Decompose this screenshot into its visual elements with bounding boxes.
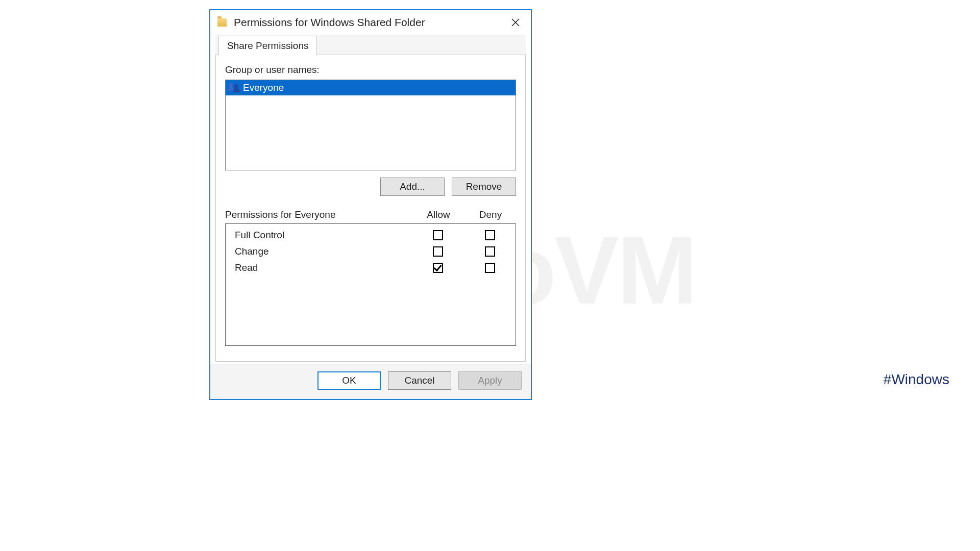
ok-button[interactable]: OK: [317, 371, 381, 390]
checkbox-full-control-deny[interactable]: [485, 230, 495, 240]
folder-icon: [217, 18, 227, 27]
titlebar: Permissions for Windows Shared Folder: [210, 10, 531, 35]
perm-row-full-control: Full Control: [226, 227, 516, 243]
close-icon: [511, 18, 520, 27]
perm-name: Read: [226, 262, 411, 273]
apply-button[interactable]: Apply: [458, 371, 522, 390]
group-user-label: Group or user names:: [225, 64, 516, 76]
dialog-title: Permissions for Windows Shared Folder: [234, 16, 505, 29]
permissions-for-label: Permissions for Everyone: [225, 209, 412, 220]
remove-button[interactable]: Remove: [452, 178, 516, 196]
permissions-grid: Full Control Change Read: [225, 223, 516, 346]
group-icon: [229, 83, 240, 92]
perm-name: Change: [226, 246, 411, 257]
checkbox-change-deny[interactable]: [485, 246, 495, 257]
tab-share-permissions[interactable]: Share Permissions: [218, 36, 317, 56]
permissions-header: Permissions for Everyone Allow Deny: [225, 209, 516, 220]
group-user-listbox[interactable]: Everyone: [225, 80, 516, 170]
add-button[interactable]: Add...: [380, 178, 445, 196]
tab-body: Group or user names: Everyone Add... Rem…: [215, 55, 526, 362]
list-item-label: Everyone: [243, 82, 284, 93]
perm-name: Full Control: [226, 230, 411, 241]
cancel-button[interactable]: Cancel: [388, 371, 451, 390]
checkbox-full-control-allow[interactable]: [433, 230, 443, 240]
permissions-dialog: Permissions for Windows Shared Folder Sh…: [209, 9, 532, 400]
hashtag-text: #Windows: [884, 371, 949, 388]
perm-row-change: Change: [226, 243, 516, 260]
list-item-everyone[interactable]: Everyone: [226, 80, 516, 95]
tab-strip: Share Permissions: [215, 35, 526, 55]
checkbox-read-allow[interactable]: [433, 263, 443, 273]
perm-row-read: Read: [226, 260, 516, 276]
column-allow: Allow: [412, 209, 465, 220]
checkbox-read-deny[interactable]: [485, 263, 495, 273]
column-deny: Deny: [465, 209, 516, 220]
dialog-button-row: OK Cancel Apply: [210, 364, 531, 399]
checkbox-change-allow[interactable]: [433, 246, 443, 257]
close-button[interactable]: [505, 12, 526, 33]
